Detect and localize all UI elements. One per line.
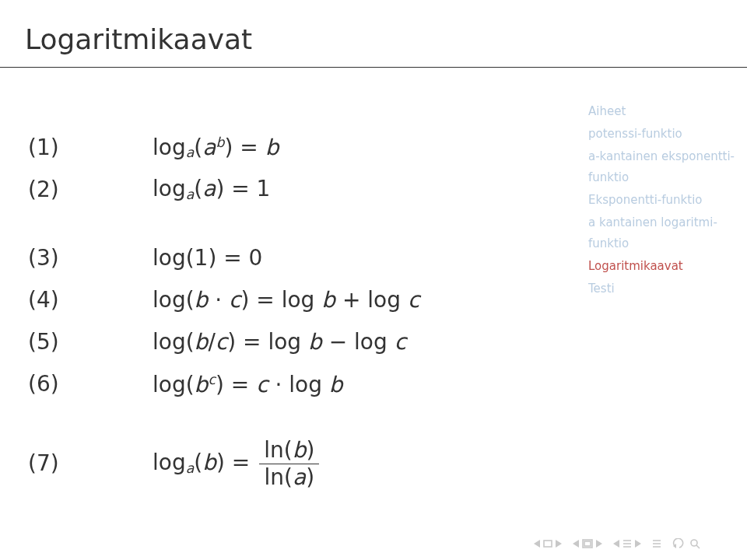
nav-prev-sub-icon[interactable] (573, 540, 580, 548)
nav-next-slide-icon[interactable] (554, 540, 562, 548)
equation-body: loga(ab) = b (153, 136, 279, 160)
svg-marker-2 (556, 540, 562, 548)
beamer-nav (534, 538, 700, 549)
equation-body: log(b/c) = log b − log c (153, 331, 406, 353)
svg-rect-5 (584, 541, 591, 546)
nav-prev-section-icon[interactable] (613, 540, 621, 548)
equation-group-3: (7) loga(b) = ln(b)ln(a) (28, 437, 419, 490)
equation-row: (6) log(bc) = c · log b (28, 369, 419, 400)
sidebar-item-3[interactable]: a kantainen logaritmi-funktio (588, 212, 736, 254)
equation-group-1: (1) loga(ab) = b (2) loga(a) = 1 (28, 132, 419, 205)
nav-doc-icon[interactable] (652, 539, 661, 548)
equation-body: log(b · c) = log b + log c (153, 289, 419, 311)
nav-subsection-group (573, 539, 602, 548)
sidebar-item-0[interactable]: potenssi-funktio (588, 124, 736, 145)
nav-doc-group (652, 539, 661, 548)
nav-section-group (613, 539, 641, 548)
sidebar-heading[interactable]: Aiheet (588, 101, 736, 122)
nav-undo-icon[interactable] (672, 538, 688, 549)
sidebar-item-1[interactable]: a-kantainen eksponentti-funktio (588, 146, 736, 188)
title-rule (0, 67, 747, 68)
nav-slide-group (534, 540, 562, 548)
nav-next-sub-icon[interactable] (594, 540, 602, 548)
sidebar-item-4[interactable]: Logaritmikaavat (588, 256, 736, 277)
page-title: Logaritmikaavat (25, 23, 252, 55)
slide: Logaritmikaavat Aiheet potenssi-funktio … (0, 0, 747, 560)
svg-marker-11 (635, 540, 641, 548)
equation-body: log(bc) = c · log b (153, 373, 343, 396)
equation-body: loga(a) = 1 (153, 178, 270, 201)
svg-marker-6 (596, 540, 602, 548)
sidebar-item-5[interactable]: Testi (588, 278, 736, 299)
svg-point-16 (691, 540, 697, 546)
equation-number: (3) (28, 247, 153, 269)
nav-section-icon[interactable] (622, 539, 632, 548)
equation-row: (7) loga(b) = ln(b)ln(a) (28, 437, 419, 490)
equation-number: (7) (28, 453, 153, 474)
svg-marker-3 (573, 540, 579, 548)
svg-marker-7 (613, 540, 619, 548)
nav-prev-slide-icon[interactable] (534, 540, 542, 548)
equation-number: (4) (28, 289, 153, 311)
equation-body: log(1) = 0 (153, 247, 262, 269)
equation-row: (1) loga(ab) = b (28, 132, 419, 163)
equation-number: (2) (28, 179, 153, 201)
equation-block: (1) loga(ab) = b (2) loga(a) = 1 (3) log… (28, 132, 419, 527)
equation-number: (1) (28, 137, 153, 159)
nav-back-forward-group (672, 538, 700, 549)
svg-marker-0 (534, 540, 540, 548)
svg-rect-1 (544, 541, 552, 547)
nav-search-icon[interactable] (689, 538, 700, 549)
nav-frame-icon[interactable] (543, 540, 552, 548)
equation-row: (4) log(b · c) = log b + log c (28, 285, 419, 316)
svg-line-17 (696, 545, 700, 548)
equation-row: (3) log(1) = 0 (28, 243, 419, 274)
equation-number: (6) (28, 373, 153, 395)
equation-group-2: (3) log(1) = 0 (4) log(b · c) = log b + … (28, 243, 419, 400)
nav-next-section-icon[interactable] (633, 540, 641, 548)
equation-row: (2) loga(a) = 1 (28, 174, 419, 205)
equation-body: loga(b) = ln(b)ln(a) (153, 437, 321, 490)
sidebar-item-2[interactable]: Eksponentti-funktio (588, 190, 736, 211)
nav-subsection-icon[interactable] (582, 539, 593, 548)
equation-row: (5) log(b/c) = log b − log c (28, 327, 419, 358)
sidebar: Aiheet potenssi-funktio a-kantainen eksp… (588, 101, 736, 301)
equation-number: (5) (28, 331, 153, 353)
